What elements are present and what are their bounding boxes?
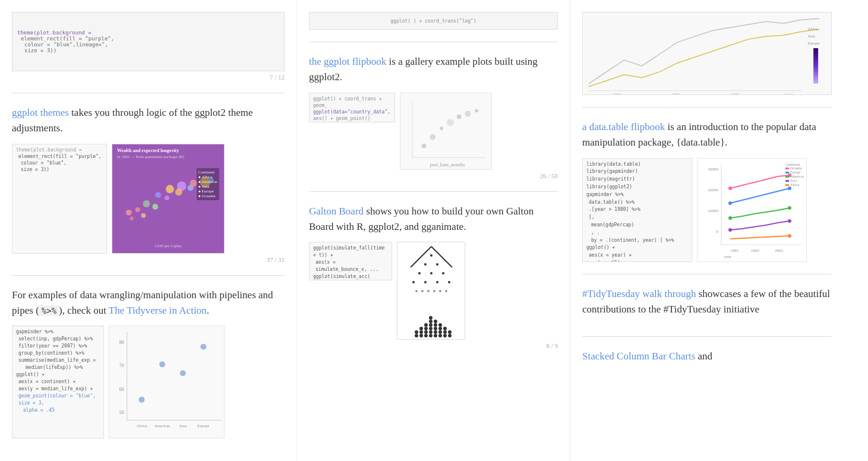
svg-line-40 (411, 247, 431, 267)
svg-line-41 (431, 247, 452, 267)
svg-text:Asia: Asia (179, 424, 187, 428)
svg-text:2005: 2005 (775, 248, 784, 253)
svg-point-9 (130, 216, 134, 220)
svg-point-58 (415, 334, 418, 337)
tidyverse-text: For examples of data wrangling/manipulat… (12, 288, 285, 319)
svg-point-14 (188, 185, 194, 191)
ggplot-themes-preview: theme(plot.background = element_rect(fil… (12, 144, 285, 254)
column-3: Africa Asia Europe 1960 (570, 0, 844, 461)
svg-point-76 (434, 323, 437, 327)
svg-point-25 (139, 397, 145, 403)
ggplot-flipbook-section: the ggplot flipbook is a gallery example… (309, 42, 558, 192)
svg-point-81 (438, 323, 442, 327)
tidytuesday-section: #TidyTuesday walk through showcases a fe… (582, 274, 832, 337)
svg-point-52 (415, 290, 418, 292)
svg-point-51 (448, 281, 450, 283)
svg-point-13 (175, 188, 182, 195)
svg-text:Africa: Africa (790, 183, 800, 187)
svg-point-12 (165, 195, 169, 200)
svg-point-109 (728, 216, 732, 220)
datatable-flipbook-preview: library(data.table) library(gapminder) l… (582, 158, 832, 262)
ggplot-flipbook-preview: ggplot() + coord_trans + geom_ ggplot(da… (309, 93, 558, 170)
column-1: theme(plot.background = element_rect(fil… (0, 0, 297, 461)
svg-rect-91 (813, 48, 818, 84)
svg-text:Americas: Americas (790, 175, 804, 178)
svg-text:80: 80 (119, 340, 124, 345)
galton-board-preview: ggplot(simulate_fall(time = t)) + aes(x … (309, 242, 558, 340)
svg-point-66 (424, 323, 428, 327)
slide-counter-flipbook: 26 / 50 (309, 172, 558, 179)
svg-point-62 (419, 327, 423, 330)
tidyverse-link[interactable]: The Tidyverse in Action (109, 305, 207, 316)
svg-text:20000: 20000 (708, 188, 719, 192)
svg-text:50: 50 (119, 411, 124, 416)
svg-point-0 (126, 210, 132, 216)
svg-point-56 (439, 290, 441, 292)
tidytuesday-link[interactable]: #TidyTuesday walk through (582, 288, 696, 299)
svg-point-36 (457, 114, 462, 119)
ggplot-flipbook-link[interactable]: the ggplot flipbook (309, 56, 386, 67)
svg-point-73 (434, 334, 437, 337)
svg-text:0: 0 (717, 229, 719, 234)
svg-point-82 (443, 334, 447, 337)
svg-point-26 (159, 362, 165, 368)
svg-point-110 (728, 228, 732, 232)
svg-point-27 (180, 371, 186, 377)
svg-text:70: 70 (119, 364, 124, 369)
svg-text:Africa: Africa (807, 27, 818, 31)
svg-point-48 (412, 281, 415, 283)
svg-point-45 (418, 272, 421, 274)
svg-rect-118 (785, 168, 789, 169)
svg-point-32 (422, 143, 427, 148)
tidyverse-section: For examples of data wrangling/manipulat… (12, 276, 285, 451)
svg-point-79 (438, 330, 442, 334)
svg-point-43 (424, 263, 427, 266)
svg-point-55 (433, 290, 435, 292)
svg-text:Americas: Americas (154, 424, 171, 428)
svg-text:Oceania: Oceania (790, 166, 802, 170)
svg-rect-87 (583, 12, 831, 95)
svg-text:year: year (724, 254, 732, 259)
svg-point-78 (438, 334, 442, 337)
svg-point-86 (448, 330, 452, 334)
svg-point-74 (434, 330, 437, 334)
svg-point-10 (141, 213, 146, 218)
svg-text:30000: 30000 (708, 167, 719, 172)
svg-point-49 (424, 281, 427, 283)
svg-text:count: count (784, 92, 793, 95)
svg-point-4 (166, 185, 174, 193)
galton-board-section: Galton Board shows you how to build your… (309, 192, 558, 362)
col1-top-section: theme(plot.background = element_rect(fil… (12, 0, 285, 93)
stacked-col-link[interactable]: Stacked Column Bar Charts (582, 351, 695, 362)
svg-point-64 (424, 330, 428, 334)
svg-point-42 (430, 254, 433, 257)
slide-counter-galton: 8 / 9 (309, 342, 558, 349)
galton-board-chart (397, 242, 465, 340)
galton-board-link[interactable]: Galton Board (309, 206, 364, 217)
svg-point-63 (424, 334, 428, 337)
col2-top-section: ggplot( ) + coord_trans("log") (309, 0, 558, 42)
svg-point-47 (442, 272, 444, 274)
svg-point-2 (143, 200, 150, 207)
ggplot-themes-code: theme(plot.background = element_rect(fil… (12, 144, 107, 254)
svg-rect-120 (785, 172, 789, 173)
svg-point-59 (415, 330, 418, 334)
datatable-flipbook-link[interactable]: a data.table flipbook (582, 121, 665, 132)
svg-point-115 (788, 234, 791, 238)
ggplot-themes-link[interactable]: ggplot themes (12, 107, 69, 118)
col3-top-section: Africa Asia Europe 1960 (582, 0, 832, 108)
ggplot-flipbook-chart: post_bans_months (400, 93, 492, 170)
svg-text:post_bans_months: post_bans_months (430, 162, 465, 168)
svg-point-65 (424, 327, 428, 330)
tidyverse-preview: gapminder %>% select(inp, gdpPercap) %>%… (12, 326, 285, 438)
svg-point-60 (419, 334, 423, 337)
svg-text:Europe: Europe (807, 41, 819, 46)
ggplot-flipbook-text: the ggplot flipbook is a gallery example… (309, 54, 558, 86)
svg-text:10000: 10000 (708, 209, 719, 213)
svg-point-61 (419, 330, 423, 334)
svg-point-113 (788, 206, 791, 210)
pipe-operator: %>% (39, 305, 59, 316)
svg-point-108 (728, 201, 732, 205)
svg-point-3 (155, 192, 161, 198)
svg-point-114 (788, 219, 791, 223)
